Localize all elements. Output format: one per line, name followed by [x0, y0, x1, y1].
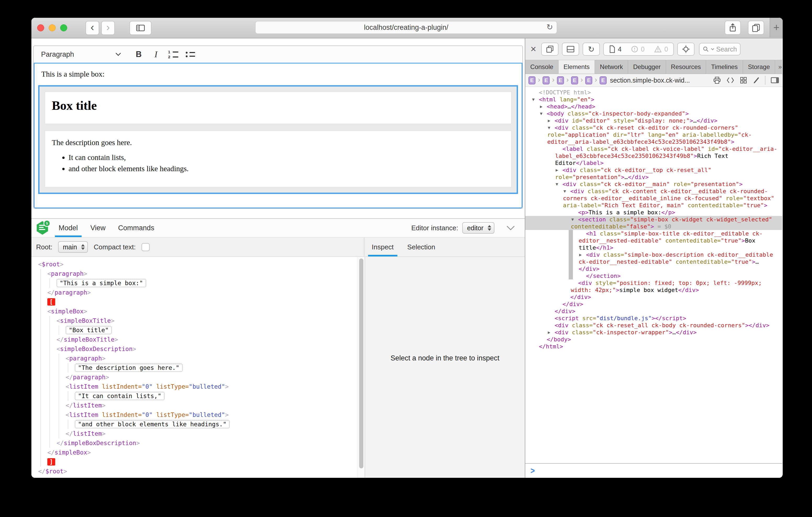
dom-tree-row[interactable]: ▶<head>…</head>: [525, 103, 782, 110]
breadcrumb-element-badge[interactable]: E: [528, 76, 535, 84]
breadcrumb-selected[interactable]: section.simple-box.ck-wid...: [610, 77, 690, 84]
model-tree-row[interactable]: </simpleBoxDescription>: [31, 438, 357, 448]
dom-tree-row[interactable]: </div>: [525, 308, 782, 315]
italic-button[interactable]: I: [147, 48, 165, 61]
close-window-button[interactable]: [37, 24, 44, 31]
reload-icon[interactable]: ↻: [547, 23, 553, 32]
model-tree-row[interactable]: [: [31, 297, 357, 307]
model-tree-row[interactable]: </simpleBox>: [31, 448, 357, 457]
dom-tree-row[interactable]: ▼<div class="ck ck-reset ck-editor ck-ro…: [525, 124, 782, 145]
model-tree-row[interactable]: <$root>: [31, 260, 357, 269]
disclosure-triangle-icon[interactable]: ▼: [556, 181, 562, 188]
dom-tree-row[interactable]: <label class="ck ck-label ck-voice-label…: [525, 145, 782, 166]
breadcrumb-element-badge[interactable]: E: [585, 76, 592, 84]
dom-tree-row[interactable]: <h1 class="simple-box-title ck-editor__e…: [525, 230, 782, 251]
zoom-window-button[interactable]: [60, 24, 67, 31]
dom-tree-row[interactable]: </div>: [525, 294, 782, 301]
model-tree-row[interactable]: <simpleBoxTitle>: [31, 316, 357, 326]
devtools-tab-console[interactable]: Console: [525, 60, 558, 74]
disclosure-triangle-icon[interactable]: ▼: [548, 124, 555, 131]
dom-tree-row[interactable]: <div class="ck ck-reset_all ck-body ck-r…: [525, 322, 782, 329]
inspector-tab-commands[interactable]: Commands: [118, 219, 155, 237]
simple-box-widget[interactable]: Box title The description goes here. It …: [38, 85, 518, 194]
resource-summary[interactable]: 4 0 0: [603, 42, 674, 56]
devtools-tab-elements[interactable]: Elements: [558, 60, 595, 74]
back-button[interactable]: ‹: [86, 21, 99, 35]
model-tree-row[interactable]: "The description goes here.": [31, 363, 357, 372]
dom-tree-row[interactable]: ▼<section class="simple-box ck-widget ck…: [525, 216, 782, 230]
disclosure-triangle-icon[interactable]: ▼: [563, 188, 570, 195]
grid-overlay-icon[interactable]: [740, 77, 747, 84]
model-tree-row[interactable]: </paragraph>: [31, 288, 357, 297]
devtools-tab-network[interactable]: Network: [595, 60, 628, 74]
editor-instance-select[interactable]: editor: [462, 222, 494, 234]
dom-tree-row[interactable]: ▶<div id="editor" style="display: none;"…: [525, 117, 782, 124]
dom-tree-row[interactable]: ▼<body class="ck-inspector-body-expanded…: [525, 110, 782, 117]
devtools-tab-storage[interactable]: Storage: [743, 60, 775, 74]
print-icon[interactable]: [713, 77, 721, 84]
bold-button[interactable]: B: [130, 48, 147, 61]
bulleted-list-button[interactable]: [182, 48, 199, 61]
disclosure-triangle-icon[interactable]: ▶: [579, 251, 586, 258]
dom-tree-row[interactable]: </html>: [525, 343, 782, 350]
devtools-tab-timelines[interactable]: Timelines: [706, 60, 743, 74]
devtools-search-field[interactable]: Search: [699, 43, 741, 55]
dom-tree-row[interactable]: ▼<div class="ck ck-editor__main" role="p…: [525, 181, 782, 188]
tab-overview-button[interactable]: [748, 21, 764, 35]
breadcrumb-element-badge[interactable]: E: [600, 76, 607, 84]
editor-editable-area[interactable]: This is a simple box: Box title The desc…: [34, 63, 522, 208]
inspector-side-tab-inspect[interactable]: Inspect: [372, 238, 394, 256]
dom-tree-row[interactable]: <p>This is a simple box:</p>: [525, 209, 782, 216]
show-source-icon[interactable]: [726, 77, 734, 84]
simple-box-description[interactable]: The description goes here. It can contai…: [45, 131, 512, 187]
model-tree-row[interactable]: "It can contain lists,": [31, 391, 357, 401]
model-tree-row[interactable]: <paragraph>: [31, 269, 357, 278]
address-bar[interactable]: localhost/creating-a-plugin/ ↻: [255, 21, 557, 34]
disclosure-triangle-icon[interactable]: ▶: [556, 166, 562, 174]
model-tree-row[interactable]: </listItem>: [31, 429, 357, 438]
new-tab-button[interactable]: +: [770, 18, 783, 37]
devtools-more-tabs-button[interactable]: »: [775, 60, 783, 74]
inspector-side-tab-selection[interactable]: Selection: [407, 238, 435, 256]
root-select[interactable]: main: [58, 241, 88, 253]
model-tree-row[interactable]: "and other block elements like headings.…: [31, 420, 357, 429]
model-tree-row[interactable]: ]: [31, 457, 357, 466]
dom-tree-row[interactable]: </div>: [525, 301, 782, 308]
dom-tree-row[interactable]: </body>: [525, 336, 782, 343]
scrollbar-thumb[interactable]: [359, 258, 364, 468]
model-tree-row[interactable]: "Box title": [31, 326, 357, 335]
devtools-tab-resources[interactable]: Resources: [666, 60, 706, 74]
disclosure-triangle-icon[interactable]: ▶: [548, 329, 555, 336]
dom-tree-row[interactable]: <script src="dist/bundle.js"></script>: [525, 315, 782, 322]
breadcrumb-element-badge[interactable]: E: [571, 76, 578, 84]
inspector-tab-view[interactable]: View: [90, 219, 106, 237]
dom-tree-row[interactable]: ▼<html lang="en">: [525, 96, 782, 103]
reload-page-button[interactable]: ↻: [583, 42, 600, 56]
close-devtools-button[interactable]: ✕: [529, 45, 538, 54]
sidebar-toggle-button[interactable]: [129, 21, 151, 35]
model-tree-row[interactable]: <paragraph>: [31, 354, 357, 363]
model-tree-row[interactable]: </listItem>: [31, 401, 357, 410]
model-tree-row[interactable]: <listItem listIndent="0" listType="bulle…: [31, 410, 357, 420]
model-tree-row[interactable]: </paragraph>: [31, 372, 357, 382]
dock-side-button[interactable]: [541, 42, 558, 56]
disclosure-triangle-icon[interactable]: ▼: [571, 216, 578, 223]
quick-console[interactable]: >: [525, 463, 782, 478]
compact-text-checkbox[interactable]: [142, 243, 150, 251]
styles-brush-icon[interactable]: [752, 77, 760, 84]
model-tree-row[interactable]: </simpleBoxTitle>: [31, 335, 357, 344]
numbered-list-button[interactable]: 1 2: [165, 48, 182, 61]
dom-tree-row[interactable]: <div style="position: fixed; top: 0px; l…: [525, 279, 782, 294]
minimize-window-button[interactable]: [49, 24, 56, 31]
inspector-tab-model[interactable]: Model: [58, 219, 79, 237]
dom-tree-row[interactable]: ▼<div class="ck ck-content ck-editor__ed…: [525, 188, 782, 209]
dock-bottom-button[interactable]: [562, 42, 579, 56]
model-tree-row[interactable]: <simpleBox>: [31, 307, 357, 316]
details-sidebar-icon[interactable]: [771, 77, 779, 84]
element-picker-button[interactable]: [677, 42, 695, 56]
devtools-tab-debugger[interactable]: Debugger: [628, 60, 666, 74]
paragraph-style-dropdown[interactable]: Paragraph: [41, 51, 121, 59]
forward-button[interactable]: ›: [101, 21, 115, 35]
disclosure-triangle-icon[interactable]: ▶: [540, 103, 547, 110]
breadcrumb-element-badge[interactable]: E: [557, 76, 564, 84]
